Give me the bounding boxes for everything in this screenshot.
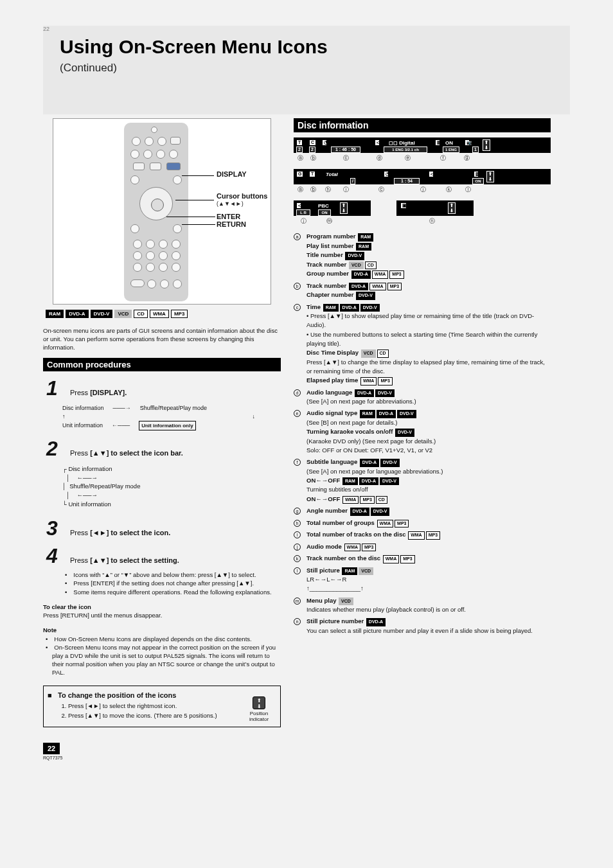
step2-key: [▲▼] — [90, 449, 111, 457]
tag-dvd-v: DVD-V — [360, 304, 380, 312]
tag-mp3: MP3 — [171, 310, 188, 318]
glossary-line: Still picture number DVD-A — [306, 617, 551, 626]
right-column: Disc information T 2 C 2 ◔ 1 : 46 : 50 ◁… — [294, 118, 551, 727]
callout-line — [182, 175, 214, 176]
glossary-key: m — [294, 596, 303, 615]
tag-mp3: MP3 — [426, 531, 440, 540]
glossary-body: Audio language DVD-ADVD-V(See [A] on nex… — [306, 388, 551, 407]
s1-aud: 1 ENG 3/2.1 ch — [384, 146, 427, 153]
note1: How On-Screen Menu Icons are displayed d… — [52, 635, 281, 644]
glossary-row-i: iTotal number of tracks on the disc WMAM… — [294, 530, 551, 540]
glossary-key: b — [294, 281, 303, 300]
tag-wma: WMA — [383, 555, 400, 563]
tag-cd: CD — [134, 310, 148, 318]
glossary-line: Track number VCDCD — [306, 260, 551, 270]
s1-sub2: 1 ENG — [443, 146, 459, 153]
rbtn — [157, 137, 166, 146]
tag-ram: RAM — [356, 243, 371, 251]
display-button — [173, 175, 182, 184]
glossary-line: Audio signal type RAMDVD-ADVD-V — [306, 409, 551, 418]
glossary-line: ↑_______________↑ — [306, 584, 551, 593]
tag-dvd-v: DVD-V — [375, 389, 395, 398]
step3-pre: Press — [70, 529, 90, 536]
step2-pre: Press — [70, 449, 90, 457]
b2: Press [ENTER] if the setting does not ch… — [71, 579, 281, 588]
glossary-row-c: cTime RAMDVD-ADVD-V• Press [▲▼] to show … — [294, 303, 551, 385]
glossary-row-h: hTotal number of groups WMAMP3 — [294, 518, 551, 528]
glossary-row-e: eAudio signal type RAMDVD-ADVD-V(See [B]… — [294, 409, 551, 455]
remote-illustration: DISPLAY Cursor buttons (▲▼◄►) ENTER RETU… — [53, 118, 271, 305]
tag-mp3: MP3 — [362, 544, 376, 552]
square-bullet-icon: ■ — [48, 691, 52, 699]
glossary-body: Still picture number DVD-AYou can select… — [306, 617, 551, 635]
cycle-d: Unit information — [62, 421, 103, 430]
common-procedures-bar: Common procedures — [43, 358, 281, 371]
step-num-1: 1 — [43, 376, 61, 400]
pos-icon: ⬆⬇ — [448, 202, 456, 214]
step-num-3: 3 — [43, 517, 61, 540]
tag-vcd: VCD — [349, 261, 364, 270]
cursor-callout: Cursor buttons — [217, 192, 267, 200]
tag-mp3: MP3 — [387, 283, 402, 291]
tag-mp3: MP3 — [360, 496, 374, 504]
glossary-key: a — [294, 232, 303, 279]
tag-dvd-v: DVD-V — [395, 429, 414, 437]
glossary-line: (See [B] on next page for details.) — [306, 418, 551, 427]
tag-cd: CD — [365, 261, 377, 270]
disc-info-bar: Disc information — [294, 118, 551, 132]
tag-wma: WMA — [377, 520, 394, 528]
rbtn — [146, 240, 155, 249]
disc-type-row: RAM DVD-A DVD-V VCD CD WMA MP3 — [46, 310, 281, 318]
glossary-key: c — [294, 303, 303, 385]
clock-icon: ◔ — [384, 171, 389, 177]
remote-body — [124, 123, 188, 301]
rbtn — [130, 150, 139, 159]
step4-key: [▲▼] — [90, 556, 111, 564]
tag-wma: WMA — [372, 270, 389, 279]
rbtn — [145, 137, 154, 146]
rbtn — [147, 279, 156, 288]
rbtn-oval — [130, 279, 145, 287]
glossary-row-n: nStill picture number DVD-AYou can selec… — [294, 617, 551, 635]
glossary-line: Turning karaoke vocals on/off DVD-V — [306, 427, 551, 437]
still-icon: ▣ — [400, 202, 407, 209]
callout-line — [175, 200, 214, 200]
clear-section: To clear the icon Press [RETURN] until t… — [43, 603, 281, 620]
glossary-line: (See [A] on next page for abbreviations.… — [306, 397, 551, 406]
tag-dvd-a: DVD-A — [360, 459, 379, 467]
rbtn — [172, 251, 181, 260]
tag-cd: CD — [376, 496, 387, 504]
glossary-line: Press [▲▼] to change the time display to… — [306, 358, 551, 376]
glossary-line: Audio language DVD-ADVD-V — [306, 388, 551, 398]
s1-sub: ON — [445, 140, 453, 146]
glossary-row-a: aProgram number RAMPlay list number RAMT… — [294, 232, 551, 279]
cycle-b: Shuffle/Repeat/Play mode — [140, 404, 207, 412]
glossary-row-m: mMenu play VCDIndicates whether menu pla… — [294, 596, 551, 615]
strip1-letters: ⓐⓑ ⓒ ⓓⓔ ⓕⓖ — [294, 154, 551, 163]
glossary-row-f: fSubtitle language DVD-ADVD-V(See [A] on… — [294, 457, 551, 504]
glossary-line: Angle number DVD-ADVD-V — [306, 506, 551, 516]
doc-code: RQT7375 — [43, 756, 62, 760]
glossary-line: Program number RAM — [306, 232, 551, 242]
step-1: 1 Press [DISPLAY]. — [43, 376, 281, 400]
s1-cv: 2 — [309, 146, 315, 153]
glossary-key: n — [294, 617, 303, 635]
cycle-a: Disc information — [62, 404, 104, 412]
tag-dvd-v: DVD-V — [345, 252, 364, 260]
s2-sep: / — [350, 178, 355, 184]
glossary-line: • Press [▲▼] to show elapsed play time o… — [306, 312, 551, 330]
tag-ram: RAM — [360, 410, 375, 418]
glossary-line: ON←→OFF RAMDVD-ADVD-V — [306, 476, 551, 486]
glossary-line: (Karaoke DVD only) (See next page for de… — [306, 437, 551, 446]
audio-icon: ◁) — [375, 139, 380, 146]
tag-ram: RAM — [342, 567, 357, 576]
angle-icon: 📷 — [465, 139, 470, 146]
step2-post: to select the icon bar. — [111, 449, 182, 457]
glossary-key: g — [294, 506, 303, 516]
cursor-navpad — [139, 187, 173, 220]
page-subtitle: (Continued) — [60, 62, 557, 75]
tag-dvd-v: DVD-V — [371, 508, 390, 516]
audio-icon: ◁) — [429, 171, 434, 177]
display-strip-3b: ▣ ⬆⬇ — [396, 200, 474, 216]
tag-ram: RAM — [46, 310, 64, 318]
